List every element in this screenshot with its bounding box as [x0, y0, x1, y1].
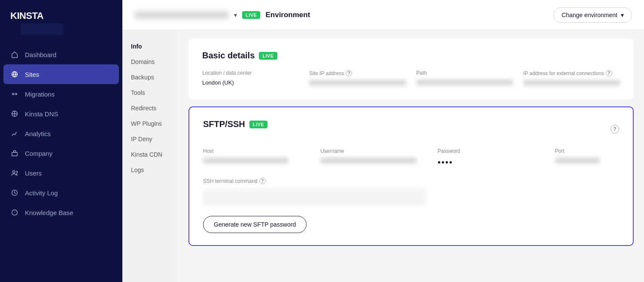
ip-external-label: IP address for external connections ?: [523, 70, 620, 76]
subnav-wp-plugins[interactable]: WP Plugins: [122, 116, 178, 131]
header-left: ▾ LIVE Environment: [134, 11, 310, 19]
site-ip-help-icon[interactable]: ?: [346, 70, 352, 76]
port-col: Port: [555, 148, 620, 167]
main-area: ▾ LIVE Environment Change environment ▾ …: [122, 0, 644, 282]
sidebar-item-label: Kinsta DNS: [25, 110, 58, 118]
ip-external-value: [523, 80, 620, 86]
sidebar-item-label: Knowledge Base: [25, 209, 73, 216]
ip-external-col: IP address for external connections ?: [523, 70, 620, 88]
environment-label: Environment: [265, 11, 310, 19]
host-label: Host: [203, 148, 310, 154]
generate-sftp-password-button[interactable]: Generate new SFTP password: [203, 216, 307, 233]
basic-details-card: Basic details LIVE Location / data cente…: [188, 39, 634, 100]
logo-area: KINSTA: [0, 0, 122, 45]
sidebar-item-sites[interactable]: Sites: [3, 64, 119, 84]
sftp-title-row: SFTP/SSH LIVE ?: [203, 119, 619, 139]
sidebar-item-analytics[interactable]: Analytics: [0, 124, 122, 143]
subnav-tools[interactable]: Tools: [122, 85, 178, 100]
subnav-info[interactable]: Info: [122, 39, 178, 54]
sidebar-item-activity-log[interactable]: Activity Log: [0, 183, 122, 203]
port-label: Port: [555, 148, 620, 154]
sidebar-item-label: Analytics: [25, 130, 51, 137]
username-value: [320, 158, 416, 164]
top-header: ▾ LIVE Environment Change environment ▾: [122, 0, 644, 30]
book-icon: [10, 208, 19, 217]
subnav-kinsta-cdn[interactable]: Kinsta CDN: [122, 147, 178, 162]
subnav-domains[interactable]: Domains: [122, 54, 178, 70]
site-name-blurred: [21, 23, 64, 35]
change-environment-button[interactable]: Change environment ▾: [553, 7, 632, 23]
company-icon: [10, 149, 19, 158]
home-icon: [10, 50, 19, 59]
sub-navigation: Info Domains Backups Tools Redirects WP …: [122, 30, 178, 282]
sftp-fields-grid: Host Username Password •••• Port: [203, 148, 619, 167]
page-content: Basic details LIVE Location / data cente…: [178, 30, 644, 282]
username-label: Username: [320, 148, 427, 154]
chevron-icon: ▾: [621, 12, 624, 18]
sftp-live-badge: LIVE: [249, 121, 267, 128]
sftp-help-icon[interactable]: ?: [611, 125, 619, 133]
password-col: Password ••••: [437, 148, 544, 167]
sidebar-item-dashboard[interactable]: Dashboard: [0, 45, 122, 64]
path-label: Path: [416, 70, 513, 76]
host-col: Host: [203, 148, 310, 167]
site-ip-label: Site IP address ?: [309, 70, 406, 76]
subnav-redirects[interactable]: Redirects: [122, 100, 178, 116]
chevron-down-icon[interactable]: ▾: [234, 12, 237, 18]
sftp-title: SFTP/SSH LIVE: [203, 119, 267, 129]
ip-external-help-icon[interactable]: ?: [606, 70, 612, 76]
sidebar-item-company[interactable]: Company: [0, 143, 122, 163]
migrations-icon: [10, 90, 19, 98]
sidebar-item-users[interactable]: Users: [0, 163, 122, 183]
sidebar-item-label: Sites: [25, 71, 39, 78]
details-grid: Location / data center London (UK) Site …: [202, 70, 620, 88]
basic-details-title: Basic details LIVE: [202, 51, 620, 61]
password-label: Password: [437, 148, 544, 154]
site-ip-value: [309, 80, 406, 86]
port-value: [555, 158, 600, 164]
ssh-command-value: [203, 188, 426, 206]
activity-icon: [10, 188, 19, 197]
ssh-terminal-section: SSH terminal command ?: [203, 178, 619, 206]
location-label: Location / data center: [202, 70, 299, 76]
location-value: London (UK): [202, 79, 299, 86]
site-ip-col: Site IP address ?: [309, 70, 406, 88]
sidebar-item-label: Company: [25, 150, 52, 157]
path-col: Path: [416, 70, 513, 88]
subnav-ip-deny[interactable]: IP Deny: [122, 131, 178, 147]
sidebar-item-kinsta-dns[interactable]: Kinsta DNS: [0, 104, 122, 124]
users-icon: [10, 169, 19, 177]
basic-details-live-badge: LIVE: [259, 52, 277, 60]
sidebar-item-label: Users: [25, 170, 42, 177]
svg-point-4: [13, 171, 15, 173]
subnav-logs[interactable]: Logs: [122, 162, 178, 178]
sidebar-item-label: Activity Log: [25, 189, 58, 197]
sftp-ssh-card: SFTP/SSH LIVE ? Host Username Pa: [188, 106, 634, 246]
sidebar-item-label: Migrations: [25, 91, 55, 98]
location-col: Location / data center London (UK): [202, 70, 299, 88]
sidebar: KINSTA Dashboard Sites Migrations: [0, 0, 122, 282]
host-value: [203, 158, 289, 164]
sidebar-item-label: Dashboard: [25, 51, 56, 58]
username-col: Username: [320, 148, 427, 167]
content-area: Info Domains Backups Tools Redirects WP …: [122, 30, 644, 282]
path-value: [416, 79, 513, 85]
ssh-terminal-label: SSH terminal command ?: [203, 178, 619, 184]
sidebar-item-migrations[interactable]: Migrations: [0, 84, 122, 104]
dns-icon: [10, 109, 19, 118]
ssh-help-icon[interactable]: ?: [259, 178, 266, 184]
sites-icon: [10, 70, 19, 79]
subnav-backups[interactable]: Backups: [122, 70, 178, 85]
sidebar-item-knowledge-base[interactable]: Knowledge Base: [0, 203, 122, 222]
site-title-blurred: [134, 11, 229, 19]
live-badge: LIVE: [242, 11, 260, 19]
password-value: ••••: [437, 158, 544, 167]
kinsta-logo: KINSTA: [10, 9, 112, 21]
svg-text:KINSTA: KINSTA: [10, 10, 44, 21]
svg-rect-3: [12, 152, 18, 156]
analytics-icon: [10, 129, 19, 138]
